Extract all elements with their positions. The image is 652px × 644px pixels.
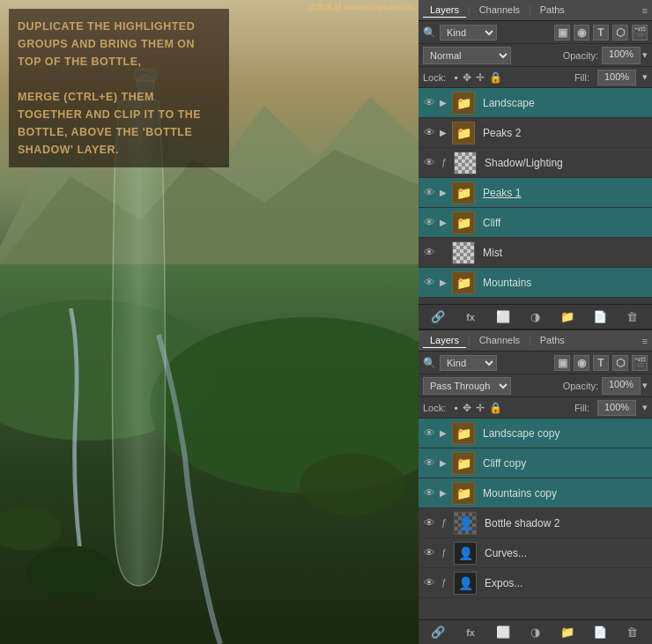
tab-channels-top[interactable]: Channels bbox=[472, 3, 527, 18]
layer-row-landscape-copy[interactable]: 👁 ▶ 📁 Landscape copy bbox=[419, 418, 652, 448]
blend-mode-select-bottom[interactable]: Pass Through Normal bbox=[423, 377, 511, 395]
lock-all-icon-b[interactable]: 🔒 bbox=[489, 402, 502, 414]
layer-row-peaks1[interactable]: 👁 ▶ 📁 Peaks 1 bbox=[419, 178, 652, 208]
tab-layers-bottom[interactable]: Layers bbox=[423, 333, 466, 348]
top-blend-row: Normal Pass Through Opacity: 100% ▾ bbox=[419, 44, 652, 67]
add-mask-btn[interactable]: ⬜ bbox=[493, 307, 513, 327]
delete-layer-btn[interactable]: 🗑 bbox=[623, 307, 642, 327]
kind-select-top[interactable]: Kind bbox=[440, 25, 497, 41]
panel-menu-icon-bottom[interactable]: ≡ bbox=[642, 336, 648, 346]
lock-label-top: Lock: bbox=[423, 72, 446, 83]
layer-row-peaks2[interactable]: 👁 ▶ 📁 Peaks 2 bbox=[419, 118, 652, 148]
visibility-icon-cc[interactable]: 👁 bbox=[422, 456, 436, 470]
opacity-arrow-bottom[interactable]: ▾ bbox=[642, 380, 648, 391]
blend-mode-select-top[interactable]: Normal Pass Through bbox=[423, 47, 511, 64]
layer-row-cliff-copy[interactable]: 👁 ▶ 📁 Cliff copy bbox=[419, 448, 652, 478]
fill-arrow-top[interactable]: ▾ bbox=[642, 71, 648, 83]
tab-paths-bottom[interactable]: Paths bbox=[533, 333, 572, 348]
visibility-icon-mist[interactable]: 👁 bbox=[422, 246, 436, 259]
tab-paths-top[interactable]: Paths bbox=[533, 3, 572, 18]
visibility-icon-peaks2[interactable]: 👁 bbox=[422, 126, 436, 139]
filter-smart-btn-b[interactable]: 🎬 bbox=[632, 355, 648, 371]
thumb-expos: 👤 bbox=[454, 572, 477, 595]
visibility-icon-mc[interactable]: 👁 bbox=[422, 486, 436, 500]
add-adj-btn-b[interactable]: ◑ bbox=[525, 623, 545, 642]
filter-type-btn-b[interactable]: T bbox=[593, 355, 609, 371]
lock-checkerboard-icon[interactable]: ▪ bbox=[454, 71, 457, 84]
add-adjustment-btn[interactable]: ◑ bbox=[525, 307, 545, 327]
new-layer-btn-b[interactable]: 📄 bbox=[590, 623, 610, 642]
layer-row-mountains-copy[interactable]: 👁 ▶ 📁 Mountains copy bbox=[419, 478, 652, 508]
fill-value-bottom[interactable]: 100% bbox=[597, 400, 636, 416]
delete-layer-btn-b[interactable]: 🗑 bbox=[623, 623, 642, 642]
thumb-peaks1: 📁 bbox=[452, 181, 475, 204]
visibility-icon-bs[interactable]: 👁 bbox=[422, 516, 436, 529]
layer-row-mountains[interactable]: 👁 ▶ 📁 Mountains bbox=[419, 268, 652, 298]
panel-menu-icon[interactable]: ≡ bbox=[642, 5, 648, 16]
lock-pos-icon-b[interactable]: ✛ bbox=[476, 402, 485, 414]
filter-smart-btn[interactable]: 🎬 bbox=[632, 25, 648, 41]
add-mask-btn-b[interactable]: ⬜ bbox=[493, 623, 513, 642]
filter-shape-btn[interactable]: ⬡ bbox=[612, 25, 628, 41]
new-group-btn-b[interactable]: 📁 bbox=[558, 623, 577, 642]
link-icon-expos: ƒ bbox=[439, 578, 449, 588]
thumb-mc: 📁 bbox=[452, 482, 475, 505]
fill-arrow-bottom[interactable]: ▾ bbox=[642, 402, 648, 413]
top-layers-panel: Layers | Channels | Paths ≡ 🔍 Kind ▣ ◉ T… bbox=[419, 0, 652, 330]
layer-name-mountains: Mountains bbox=[483, 277, 648, 289]
layer-row-expos[interactable]: 👁 ƒ 👤 Expos... bbox=[419, 568, 652, 598]
fx-btn[interactable]: fx bbox=[461, 307, 480, 327]
filter-adj-btn-b[interactable]: ◉ bbox=[574, 355, 589, 371]
opacity-value-top[interactable]: 100% bbox=[602, 47, 641, 64]
visibility-icon-lc[interactable]: 👁 bbox=[422, 426, 436, 440]
expand-cliff[interactable]: ▶ bbox=[439, 218, 448, 227]
tab-layers-top[interactable]: Layers bbox=[423, 3, 466, 18]
filter-shape-btn-b[interactable]: ⬡ bbox=[612, 355, 628, 371]
lock-move-icon[interactable]: ✥ bbox=[463, 71, 471, 84]
kind-select-bottom[interactable]: Kind bbox=[440, 355, 497, 371]
link-layers-btn[interactable]: 🔗 bbox=[428, 307, 448, 327]
visibility-icon-mountains[interactable]: 👁 bbox=[422, 276, 436, 289]
expand-lc[interactable]: ▶ bbox=[439, 428, 448, 438]
expand-cc[interactable]: ▶ bbox=[439, 458, 448, 468]
instruction-text: DUPLICATE THE HIGHLIGHTED GROUPS AND BRI… bbox=[18, 18, 220, 159]
opacity-value-bottom[interactable]: 100% bbox=[602, 377, 641, 395]
visibility-icon-curves[interactable]: 👁 bbox=[422, 546, 436, 559]
lock-move-icon-b[interactable]: ✥ bbox=[463, 402, 471, 414]
link-layers-btn-b[interactable]: 🔗 bbox=[428, 623, 448, 642]
layer-row-mist[interactable]: 👁 ▶ Mist bbox=[419, 238, 652, 268]
layer-row-cliff[interactable]: 👁 ▶ 📁 Cliff bbox=[419, 208, 652, 238]
fill-value-top[interactable]: 100% bbox=[597, 70, 636, 85]
filter-adj-btn[interactable]: ◉ bbox=[574, 25, 589, 41]
visibility-icon-landscape[interactable]: 👁 bbox=[422, 96, 436, 109]
visibility-icon-expos[interactable]: 👁 bbox=[422, 576, 436, 589]
top-panel-tabs: Layers | Channels | Paths ≡ bbox=[419, 0, 652, 21]
visibility-icon-shadow[interactable]: 👁 bbox=[422, 156, 436, 169]
layer-row-bottle-shadow[interactable]: 👁 ƒ 👤 Bottle shadow 2 bbox=[419, 508, 652, 538]
new-group-btn[interactable]: 📁 bbox=[558, 307, 577, 327]
expand-landscape[interactable]: ▶ bbox=[439, 98, 448, 107]
new-layer-btn[interactable]: 📄 bbox=[590, 307, 610, 327]
expand-peaks2[interactable]: ▶ bbox=[439, 128, 448, 137]
expand-mountains[interactable]: ▶ bbox=[439, 278, 448, 287]
filter-type-btn[interactable]: T bbox=[593, 25, 609, 41]
filter-pixel-btn-b[interactable]: ▣ bbox=[554, 355, 570, 371]
layer-row-shadow-lighting[interactable]: 👁 ƒ Shadow/Lighting bbox=[419, 148, 652, 178]
lock-cb-icon-b[interactable]: ▪ bbox=[454, 402, 457, 414]
layer-row-landscape[interactable]: 👁 ▶ 📁 Landscape bbox=[419, 88, 652, 118]
visibility-icon-cliff[interactable]: 👁 bbox=[422, 216, 436, 229]
expand-mc[interactable]: ▶ bbox=[439, 488, 448, 498]
opacity-arrow-top[interactable]: ▾ bbox=[642, 49, 648, 61]
lock-position-icon[interactable]: ✛ bbox=[476, 71, 485, 84]
filter-icons-bottom: ▣ ◉ T ⬡ 🎬 bbox=[554, 355, 648, 371]
filter-icons-top: ▣ ◉ T ⬡ 🎬 bbox=[554, 25, 648, 41]
layer-row-curves[interactable]: 👁 ƒ 👤 Curves... bbox=[419, 538, 652, 568]
lock-all-icon[interactable]: 🔒 bbox=[489, 71, 502, 84]
filter-pixel-btn[interactable]: ▣ bbox=[554, 25, 570, 41]
right-panel: Layers | Channels | Paths ≡ 🔍 Kind ▣ ◉ T… bbox=[419, 0, 652, 644]
fx-btn-b[interactable]: fx bbox=[461, 623, 480, 642]
visibility-icon-peaks1[interactable]: 👁 bbox=[422, 186, 436, 199]
expand-peaks1[interactable]: ▶ bbox=[439, 188, 448, 197]
tab-channels-bottom[interactable]: Channels bbox=[472, 333, 527, 348]
lock-label-bottom: Lock: bbox=[423, 403, 446, 413]
